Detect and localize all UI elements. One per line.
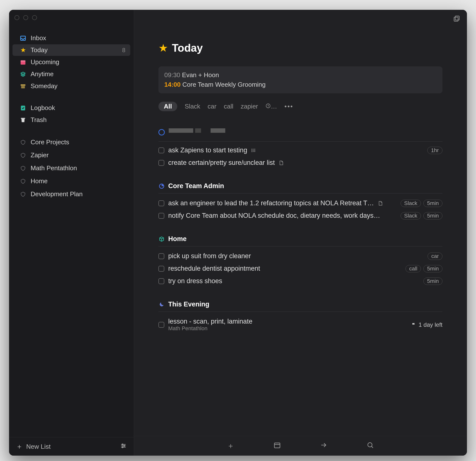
sidebar-item-zapier[interactable]: Zapier [12, 149, 130, 161]
task-row[interactable]: lesson - scan, print, laminateMath Penta… [158, 315, 442, 334]
filter-tag-slack[interactable]: Slack [185, 103, 200, 110]
sidebar-item-anytime[interactable]: Anytime [12, 68, 130, 80]
task-row[interactable]: try on dress shoes5min [158, 275, 442, 287]
sidebar-item-label: Someday [31, 82, 58, 90]
star-icon: ★ [158, 42, 168, 54]
task-row[interactable]: reschedule dentist appointmentcall5min [158, 262, 442, 275]
page-header: ★ Today [158, 42, 442, 54]
sidebar-item-upcoming[interactable]: Upcoming [12, 56, 130, 68]
new-window-icon[interactable] [453, 15, 460, 22]
section-title: Core Team Admin [168, 182, 224, 190]
section-header[interactable]: Home [158, 235, 442, 243]
close-dot[interactable] [14, 15, 19, 20]
task-row[interactable]: ask an engineer to lead the 1.2 refactor… [158, 197, 442, 209]
task-title: ask an engineer to lead the 1.2 refactor… [168, 199, 374, 207]
calendar-event[interactable]: 14:00 Core Team Weekly Grooming [164, 80, 437, 89]
calendar-icon [19, 59, 27, 66]
obscured-text [169, 128, 225, 136]
svg-point-19 [252, 149, 252, 149]
svg-rect-6 [21, 86, 25, 88]
new-list-button[interactable]: New List [26, 443, 51, 450]
sidebar-item-home[interactable]: Home [12, 175, 130, 187]
task-title: notify Core Team about NOLA schedule doc… [168, 212, 380, 219]
box-icon [158, 236, 165, 242]
sidebar-item-today[interactable]: ★Today8 [12, 44, 130, 56]
settings-icon[interactable] [120, 442, 127, 451]
tag-filter-bar: All Slackcarcallzapier … ••• [158, 102, 442, 111]
zoom-dot[interactable] [32, 15, 37, 20]
task-checkbox[interactable] [158, 147, 164, 153]
filter-tag-call[interactable]: call [224, 103, 233, 110]
task-row[interactable]: ask Zapiens to start testing1hr [158, 144, 442, 157]
plus-icon[interactable]: ＋ [16, 442, 23, 451]
filter-time-icon[interactable]: … [265, 103, 277, 110]
task-tag[interactable]: Slack [401, 212, 421, 219]
task-subtitle: Math Pentathlon [168, 325, 252, 332]
task-row[interactable]: pick up suit from dry cleanercar [158, 250, 442, 262]
sidebar-item-trash[interactable]: Trash [12, 114, 130, 126]
filter-all[interactable]: All [158, 102, 177, 111]
filter-tag-car[interactable]: car [208, 103, 216, 110]
svg-rect-23 [274, 443, 280, 448]
filter-tag-zapier[interactable]: zapier [241, 103, 258, 110]
sidebar-item-inbox[interactable]: Inbox [12, 32, 130, 44]
area-icon [19, 178, 27, 185]
sidebar-item-label: Anytime [31, 70, 54, 78]
task-row[interactable] [158, 126, 442, 138]
star-icon: ★ [19, 47, 27, 54]
area-icon [19, 191, 27, 198]
window-controls [14, 15, 37, 20]
sidebar-item-label: Home [31, 177, 48, 185]
search-button[interactable] [367, 441, 374, 450]
project-circle-icon [158, 129, 165, 135]
sidebar-item-label: Math Pentathlon [31, 164, 77, 172]
checklist-icon [251, 148, 256, 153]
section-header[interactable]: Core Team Admin [158, 182, 442, 190]
task-row[interactable]: create certain/pretty sure/unclear list [158, 157, 442, 169]
section-header[interactable]: This Evening [158, 301, 442, 308]
task-title: reschedule dentist appointment [168, 265, 260, 272]
moon-icon [158, 301, 165, 308]
task-checkbox[interactable] [158, 253, 164, 259]
new-todo-button[interactable]: ＋ [227, 441, 234, 451]
task-tag[interactable]: 1hr [427, 147, 442, 154]
sidebar-item-label: Core Projects [31, 138, 69, 146]
task-checkbox[interactable] [158, 213, 164, 219]
task-tag[interactable]: 5min [423, 265, 442, 272]
minimize-dot[interactable] [23, 15, 28, 20]
task-checkbox[interactable] [158, 278, 164, 284]
task-tag[interactable]: call [405, 265, 421, 272]
sidebar-item-label: Logbook [31, 104, 55, 112]
task-checkbox[interactable] [158, 160, 164, 166]
sidebar-item-logbook[interactable]: Logbook [12, 102, 130, 114]
sidebar-item-label: Zapier [31, 151, 49, 159]
task-row[interactable]: notify Core Team about NOLA schedule doc… [158, 209, 442, 222]
calendar-event[interactable]: 09:30 Evan + Hoon [164, 70, 437, 80]
sidebar-item-development-plan[interactable]: Development Plan [12, 188, 130, 200]
sidebar-item-math-pentathlon[interactable]: Math Pentathlon [12, 162, 130, 174]
task-tag[interactable]: 5min [423, 212, 442, 219]
filter-more-icon[interactable]: ••• [285, 103, 293, 110]
event-title: Evan + Hoon [182, 71, 219, 79]
archive-icon [19, 83, 27, 90]
move-button[interactable] [320, 441, 327, 450]
svg-point-14 [122, 447, 123, 448]
sidebar-item-someday[interactable]: Someday [12, 80, 130, 92]
svg-point-21 [252, 151, 252, 152]
task-tag[interactable]: Slack [401, 200, 421, 207]
svg-rect-4 [21, 60, 25, 61]
svg-rect-0 [455, 16, 459, 20]
task-tag[interactable]: car [428, 253, 442, 260]
svg-point-12 [122, 444, 123, 445]
task-checkbox[interactable] [158, 322, 164, 328]
area-icon [19, 165, 27, 172]
task-checkbox[interactable] [158, 200, 164, 206]
calendar-button[interactable] [274, 441, 281, 450]
task-checkbox[interactable] [158, 266, 164, 272]
sidebar-item-core-projects[interactable]: Core Projects [12, 136, 130, 148]
task-title: lesson - scan, print, laminate [168, 318, 252, 325]
task-tag[interactable]: 5min [423, 278, 442, 285]
calendar-events[interactable]: 09:30 Evan + Hoon14:00 Core Team Weekly … [158, 66, 442, 93]
task-tag[interactable]: 5min [423, 200, 442, 207]
event-time: 09:30 [164, 71, 180, 79]
